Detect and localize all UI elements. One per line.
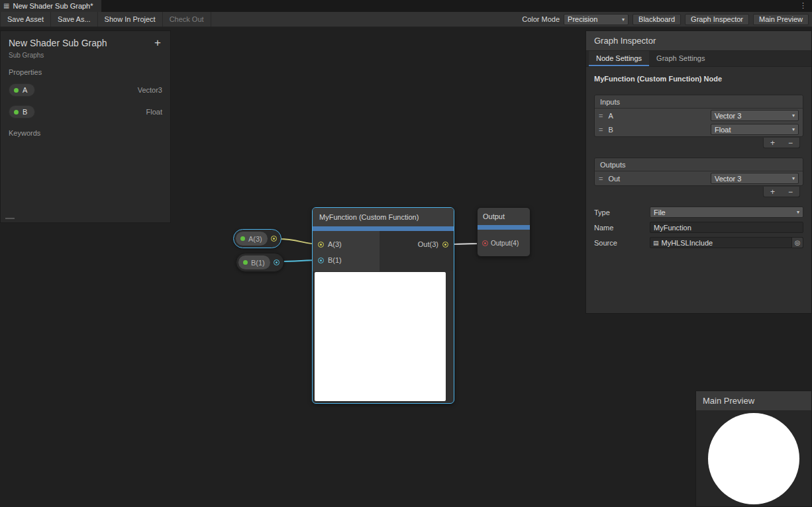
source-value: MyHLSLInclude: [662, 239, 713, 247]
source-label: Source: [594, 239, 650, 247]
main-preview-title: Main Preview: [703, 396, 754, 406]
port-dot-float-icon[interactable]: [318, 257, 324, 263]
blackboard-toggle-button[interactable]: Blackboard: [633, 14, 681, 25]
window-tab-bar: ▦ New Shader Sub Graph* ⋮: [0, 0, 812, 12]
graph-inspector-panel: Graph Inspector Node Settings Graph Sett…: [585, 30, 812, 314]
port-dot-vector4-icon[interactable]: [482, 240, 488, 246]
add-input-button[interactable]: +: [770, 138, 775, 148]
chevron-down-icon: ▾: [792, 113, 795, 118]
color-mode-dropdown[interactable]: Precision ▾: [564, 14, 629, 25]
property-type: Vector3: [138, 86, 162, 94]
chevron-down-icon: ▾: [622, 17, 625, 23]
document-tab[interactable]: ▦ New Shader Sub Graph*: [0, 0, 101, 12]
chevron-down-icon: ▾: [797, 209, 799, 215]
type-label: Type: [594, 208, 650, 216]
custom-function-node[interactable]: MyFunction (Custom Function) A(3) B(1) O…: [312, 207, 454, 404]
output-node[interactable]: Output Output(4): [477, 207, 531, 257]
button-label: Show In Project: [105, 15, 156, 23]
tab-node-settings[interactable]: Node Settings: [589, 51, 649, 66]
check-out-button: Check Out: [163, 12, 211, 26]
button-label: Main Preview: [759, 15, 803, 23]
inputs-row-b[interactable]: = B Float ▾: [595, 122, 803, 136]
properties-section-label: Properties: [1, 68, 170, 76]
blackboard-header[interactable]: New Shader Sub Graph + Sub Graphs: [1, 31, 170, 59]
outputs-list-header: Outputs: [595, 158, 803, 171]
toolbar-right-group: Color Mode Precision ▾ Blackboard Graph …: [522, 14, 812, 25]
input-port-output[interactable]: Output(4): [478, 230, 530, 256]
graph-inspector-toggle-button[interactable]: Graph Inspector: [685, 14, 749, 25]
node-header[interactable]: Output: [478, 208, 530, 225]
property-node-label: A(3): [248, 235, 262, 243]
input-port-a[interactable]: A(3): [313, 236, 380, 252]
port-label: Output(4): [491, 240, 519, 247]
output-out-type-dropdown[interactable]: Vector 3 ▾: [711, 173, 799, 184]
property-node-label: B(1): [251, 259, 265, 267]
tab-label: Node Settings: [596, 54, 642, 62]
button-label: Save Asset: [7, 15, 44, 23]
blackboard-property-a[interactable]: A Vector3: [1, 82, 170, 98]
type-dropdown[interactable]: File ▾: [650, 207, 803, 218]
drag-handle-icon[interactable]: =: [599, 175, 603, 183]
property-node-capsule: B(1): [238, 255, 270, 269]
port-dot-vector3-icon[interactable]: [271, 236, 277, 242]
add-property-button[interactable]: +: [154, 36, 161, 50]
property-type: Float: [146, 108, 162, 116]
node-title: MyFunction (Custom Function): [319, 213, 419, 221]
port-dot-vector3-icon[interactable]: [318, 242, 324, 248]
remove-output-button[interactable]: −: [788, 187, 793, 197]
inspector-title: Graph Inspector: [594, 36, 656, 46]
drag-handle-icon[interactable]: =: [599, 112, 603, 120]
dropdown-value: Precision: [568, 15, 597, 23]
show-in-project-button[interactable]: Show In Project: [98, 12, 163, 26]
drag-handle-icon[interactable]: =: [599, 126, 603, 134]
save-as-button[interactable]: Save As...: [51, 12, 98, 26]
port-dot-float-icon[interactable]: [274, 259, 279, 265]
property-pill[interactable]: B: [9, 105, 35, 118]
keywords-section-label: Keywords: [1, 129, 170, 137]
dropdown-value: Vector 3: [715, 175, 741, 183]
outputs-row-out[interactable]: = Out Vector 3 ▾: [595, 171, 803, 185]
remove-input-button[interactable]: −: [788, 138, 793, 148]
input-b-type-dropdown[interactable]: Float ▾: [711, 124, 799, 135]
color-mode-label: Color Mode: [522, 15, 560, 23]
object-picker-button[interactable]: ◎: [791, 238, 803, 248]
chevron-down-icon: ▾: [792, 175, 795, 181]
port-label: Out(3): [418, 240, 438, 248]
selected-node-heading: MyFunction (Custom Function) Node: [594, 75, 803, 83]
node-title: Output: [483, 212, 505, 220]
tab-graph-settings[interactable]: Graph Settings: [649, 51, 712, 66]
node-preview-surface[interactable]: [315, 272, 446, 401]
output-port-out[interactable]: Out(3): [413, 236, 454, 252]
port-label: A(3): [328, 240, 342, 248]
property-pill[interactable]: A: [9, 83, 35, 97]
port-dot-vector3-icon[interactable]: [442, 242, 448, 248]
shader-graph-icon: ▦: [3, 3, 9, 9]
resize-handle[interactable]: [5, 218, 15, 219]
main-preview-toggle-button[interactable]: Main Preview: [753, 14, 809, 25]
property-node-b[interactable]: B(1): [236, 253, 284, 272]
save-asset-button[interactable]: Save Asset: [0, 12, 51, 26]
property-node-a[interactable]: A(3): [233, 229, 281, 248]
preview-sphere: [708, 413, 799, 504]
button-label: Blackboard: [638, 15, 675, 23]
exposed-dot-icon: [14, 88, 19, 93]
main-preview-header[interactable]: Main Preview: [696, 391, 811, 411]
node-header[interactable]: MyFunction (Custom Function): [313, 208, 454, 226]
window-menu-icon[interactable]: ⋮: [799, 1, 807, 10]
add-output-button[interactable]: +: [770, 187, 775, 197]
inputs-list: Inputs = A Vector 3 ▾ = B Float ▾: [594, 95, 803, 137]
inputs-list-header: Inputs: [595, 95, 803, 109]
inspector-header[interactable]: Graph Inspector: [586, 31, 811, 51]
name-input[interactable]: [650, 222, 803, 233]
inputs-row-a[interactable]: = A Vector 3 ▾: [595, 109, 803, 122]
outputs-list-footer: + −: [594, 187, 800, 197]
input-a-type-dropdown[interactable]: Vector 3 ▾: [711, 110, 799, 121]
blackboard-property-b[interactable]: B Float: [1, 104, 170, 120]
source-object-field[interactable]: ▤ MyHLSLInclude ◎: [650, 237, 803, 248]
input-port-b[interactable]: B(1): [313, 252, 380, 268]
row-name: B: [608, 126, 613, 134]
file-icon: ▤: [653, 240, 659, 246]
main-preview-viewport[interactable]: [696, 411, 811, 506]
name-field-row: Name: [594, 222, 803, 233]
chevron-down-icon: ▾: [792, 126, 795, 132]
